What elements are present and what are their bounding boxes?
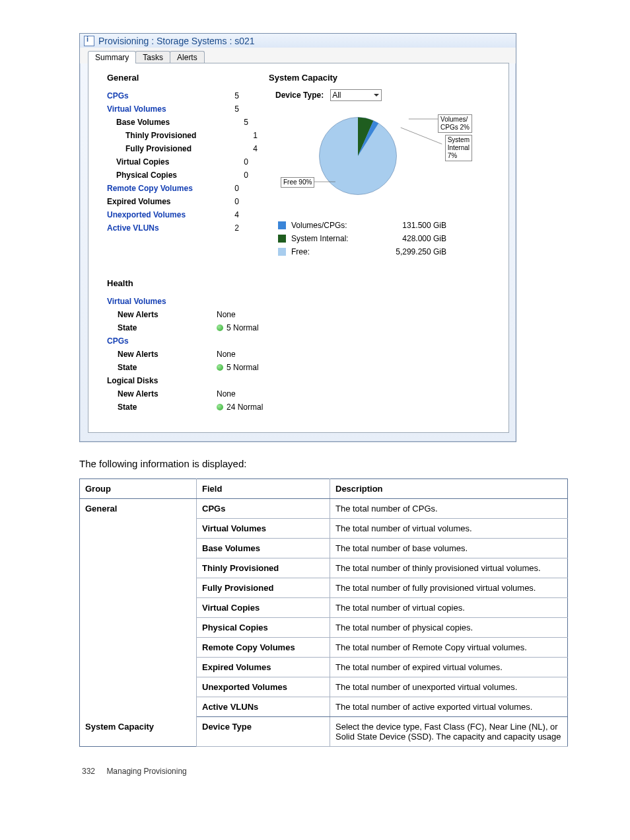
health-new-alerts-virtual-volumes: New AlertsNone <box>107 308 495 321</box>
app-window: Provisioning : Storage Systems : s021 Su… <box>79 33 516 442</box>
health-state-virtual-volumes: State5 Normal <box>107 321 495 334</box>
cell-field: Virtual Volumes <box>197 519 330 539</box>
general-value-unexported-volumes: 4 <box>219 208 239 221</box>
state-value: 24 Normal <box>227 401 263 414</box>
general-label-virtual-volumes[interactable]: Virtual Volumes <box>107 102 219 116</box>
general-heading: General <box>107 73 262 83</box>
tab-summary[interactable]: Summary <box>88 51 136 63</box>
general-row-thinly-prov: Thinly Provisioned1 <box>107 129 262 142</box>
general-row-cpgs: CPGs5 <box>107 89 262 102</box>
cell-field: Physical Copies <box>197 618 330 638</box>
cell-field: Device Type <box>197 717 330 747</box>
legend-value-volumes-cpgs: 131.500 GiB <box>374 219 446 232</box>
cell-desc: The total number of virtual volumes. <box>330 519 568 539</box>
cell-group <box>80 598 197 618</box>
legend-row-free: Free:5,299.250 GiB <box>278 245 495 258</box>
cell-field: Expired Volumes <box>197 658 330 677</box>
cell-desc: The total number of unexported virtual v… <box>330 677 568 697</box>
general-label-thinly-prov: Thinly Provisioned <box>107 129 238 142</box>
cell-desc: The total number of fully provisioned vi… <box>330 578 568 598</box>
health-group-logical-disks: Logical Disks <box>107 374 206 387</box>
status-normal-icon <box>217 404 223 410</box>
legend-row-volumes-cpgs: Volumes/CPGs:131.500 GiB <box>278 219 495 232</box>
svg-line-2 <box>401 128 442 144</box>
cell-group <box>80 558 197 578</box>
health-group-cpgs[interactable]: CPGs <box>107 334 206 348</box>
cell-desc: The total number of expired virtual volu… <box>330 658 568 677</box>
th-desc: Description <box>330 479 568 499</box>
general-label-cpgs[interactable]: CPGs <box>107 89 219 102</box>
general-label-physical-copies: Physical Copies <box>107 169 228 182</box>
legend-swatch-volumes-cpgs <box>278 221 286 229</box>
health-group-virtual-volumes[interactable]: Virtual Volumes <box>107 295 206 308</box>
general-label-remote-copy-vols[interactable]: Remote Copy Volumes <box>107 182 219 195</box>
cell-desc: The total number of Remote Copy virtual … <box>330 638 568 658</box>
table-row: GeneralCPGsThe total number of CPGs. <box>80 499 568 519</box>
general-value-expired-volumes: 0 <box>219 195 239 208</box>
cell-desc: The total number of thinly provisioned v… <box>330 558 568 578</box>
general-row-remote-copy-vols: Remote Copy Volumes0 <box>107 182 262 195</box>
table-row: Unexported VolumesThe total number of un… <box>80 677 568 697</box>
cell-field: Active VLUNs <box>197 697 330 717</box>
cell-desc: The total number of base volumes. <box>330 539 568 558</box>
table-row: System CapacityDevice TypeSelect the dev… <box>80 717 568 747</box>
tab-tasks[interactable]: Tasks <box>135 51 170 63</box>
cell-desc: The total number of physical copies. <box>330 618 568 638</box>
health-new-alerts-cpgs: New AlertsNone <box>107 348 495 361</box>
titlebar: Provisioning : Storage Systems : s021 <box>80 34 516 48</box>
general-row-virtual-copies: Virtual Copies0 <box>107 155 262 169</box>
table-row: Fully ProvisionedThe total number of ful… <box>80 578 568 598</box>
general-value-virtual-volumes: 5 <box>219 102 239 116</box>
cell-group <box>80 638 197 658</box>
general-value-physical-copies: 0 <box>228 169 248 182</box>
general-value-active-vluns: 2 <box>219 221 239 235</box>
legend-row-system-internal: System Internal:428.000 GiB <box>278 232 495 245</box>
cell-group: General <box>80 499 197 519</box>
device-type-value: All <box>332 91 341 100</box>
general-label-expired-volumes: Expired Volumes <box>107 195 219 208</box>
cell-group <box>80 697 197 717</box>
cell-field: Base Volumes <box>197 539 330 558</box>
state-label: State <box>107 361 217 374</box>
state-label: State <box>107 401 217 414</box>
general-label-fully-prov: Fully Provisioned <box>107 142 238 155</box>
general-label-active-vluns[interactable]: Active VLUNs <box>107 221 219 235</box>
device-type-select[interactable]: All <box>330 89 382 101</box>
cell-field: CPGs <box>197 499 330 519</box>
cell-group <box>80 539 197 558</box>
legend-value-free: 5,299.250 GiB <box>374 245 446 258</box>
cell-group <box>80 658 197 677</box>
cell-group: System Capacity <box>80 717 197 747</box>
health-groups: Virtual VolumesNew AlertsNoneState5 Norm… <box>107 295 495 414</box>
cell-desc: The total number of active exported virt… <box>330 697 568 717</box>
status-normal-icon <box>217 325 223 331</box>
general-value-cpgs: 5 <box>219 89 239 102</box>
general-value-fully-prov: 4 <box>238 142 258 155</box>
tab-alerts[interactable]: Alerts <box>170 51 205 63</box>
page-number: 332 <box>82 767 95 776</box>
new-alerts-value: None <box>217 348 236 361</box>
general-rows: CPGs5Virtual Volumes5Base Volumes5Thinly… <box>107 89 262 235</box>
cell-field: Remote Copy Volumes <box>197 638 330 658</box>
state-value: 5 Normal <box>227 361 259 374</box>
cell-field: Unexported Volumes <box>197 677 330 697</box>
state-label: State <box>107 321 217 334</box>
device-type-label: Device Type: <box>275 91 324 100</box>
window-title: Provisioning : Storage Systems : s021 <box>98 36 255 46</box>
general-label-virtual-copies: Virtual Copies <box>107 155 228 169</box>
cell-field: Thinly Provisioned <box>197 558 330 578</box>
general-label-base-volumes: Base Volumes <box>107 116 228 129</box>
table-row: Expired VolumesThe total number of expir… <box>80 658 568 677</box>
pie-chart: Volumes/ CPGs 2% System Internal 7% Free… <box>269 108 495 213</box>
cell-group <box>80 578 197 598</box>
health-state-cpgs: State5 Normal <box>107 361 495 374</box>
general-value-virtual-copies: 0 <box>228 155 248 169</box>
table-row: Virtual VolumesThe total number of virtu… <box>80 519 568 539</box>
table-row: Remote Copy VolumesThe total number of R… <box>80 638 568 658</box>
table-row: Active VLUNsThe total number of active e… <box>80 697 568 717</box>
table-row: Base VolumesThe total number of base vol… <box>80 539 568 558</box>
general-row-unexported-volumes: Unexported Volumes4 <box>107 208 262 221</box>
general-label-unexported-volumes[interactable]: Unexported Volumes <box>107 208 219 221</box>
cell-group <box>80 677 197 697</box>
th-group: Group <box>80 479 197 499</box>
